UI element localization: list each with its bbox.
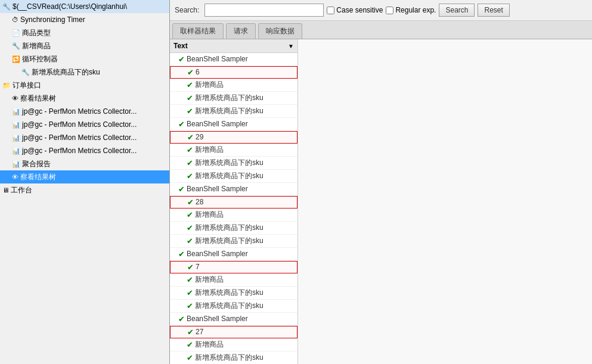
list-item-text: BeanShell Sampler xyxy=(187,314,248,324)
list-item[interactable]: ✔新增系统商品下的sku xyxy=(170,351,297,364)
list-item-text: 28 xyxy=(196,197,203,207)
search-button[interactable]: Search xyxy=(439,4,475,17)
list-item-text: 7 xyxy=(196,262,200,272)
check-icon: ✔ xyxy=(187,67,194,77)
check-icon: ✔ xyxy=(187,301,193,311)
tree-item-label: jp@gc - PerfMon Metrics Collector... xyxy=(22,132,137,143)
tree-item-perfmon4[interactable]: 📊jp@gc - PerfMon Metrics Collector... xyxy=(0,144,169,157)
listen-icon: 👁 xyxy=(12,172,18,182)
loop-icon: 🔁 xyxy=(12,54,20,64)
main-content: Text ▼ ✔BeanShell Sampler✔6✔新增商品✔新增系统商品下… xyxy=(170,39,592,364)
tree-item-label: 新增商品 xyxy=(22,41,51,51)
right-content-area xyxy=(298,39,592,364)
check-icon: ✔ xyxy=(178,184,185,194)
tree-item-agg-report[interactable]: 📊聚合报告 xyxy=(0,157,169,170)
tabs-bar: 取样器结果 请求 响应数据 xyxy=(170,21,592,39)
list-item[interactable]: ✔BeanShell Sampler xyxy=(170,118,297,131)
tree-item-perfmon1[interactable]: 📊jp@gc - PerfMon Metrics Collector... xyxy=(0,105,169,118)
tree-item-product-type[interactable]: 📄商品类型 xyxy=(0,26,169,39)
search-input[interactable] xyxy=(204,4,324,17)
list-item-text: 新增商品 xyxy=(195,210,224,220)
check-icon: ✔ xyxy=(187,275,193,285)
list-item[interactable]: ✔新增商品 xyxy=(170,144,297,157)
tree-item-csv-read[interactable]: 🔧$(__CSVRead(C:\Users\Qinglanhui\ xyxy=(0,0,169,13)
tree-item-label: 商品类型 xyxy=(22,27,51,38)
list-item[interactable]: ✔新增系统商品下的sku xyxy=(170,157,297,170)
regex-group: Regular exp. xyxy=(386,6,436,14)
tree-item-view-result-tree1[interactable]: 👁察看结果树 xyxy=(0,92,169,105)
check-icon: ✔ xyxy=(178,54,185,64)
tree-item-label: $(__CSVRead(C:\Users\Qinglanhui\ xyxy=(13,1,127,12)
list-item[interactable]: ✔新增系统商品下的sku xyxy=(170,300,297,313)
check-icon: ✔ xyxy=(187,171,193,181)
text-column-title: Text xyxy=(173,42,188,50)
regex-checkbox[interactable] xyxy=(386,7,393,14)
text-list[interactable]: ✔BeanShell Sampler✔6✔新增商品✔新增系统商品下的sku✔新增… xyxy=(170,53,297,364)
tree-item-add-product[interactable]: 🔧新增商品 xyxy=(0,39,169,52)
tree-item-loop-ctrl[interactable]: 🔁循环控制器 xyxy=(0,52,169,66)
list-item-text: BeanShell Sampler xyxy=(187,119,248,129)
tree-item-workbench[interactable]: 🖥工作台 xyxy=(0,183,169,197)
check-icon: ✔ xyxy=(187,197,194,207)
list-item[interactable]: ✔BeanShell Sampler xyxy=(170,183,297,196)
tab-request[interactable]: 请求 xyxy=(226,23,256,39)
reset-button[interactable]: Reset xyxy=(478,4,509,17)
tree-item-label: 察看结果树 xyxy=(20,93,56,104)
check-icon: ✔ xyxy=(178,119,185,129)
list-item[interactable]: ✔新增系统商品下的sku xyxy=(170,92,297,105)
list-item-text: 新增商品 xyxy=(195,145,224,155)
list-item[interactable]: ✔7 xyxy=(170,261,297,273)
case-sensitive-checkbox[interactable] xyxy=(327,7,334,14)
tree-item-perfmon3[interactable]: 📊jp@gc - PerfMon Metrics Collector... xyxy=(0,131,169,144)
list-item[interactable]: ✔新增商品 xyxy=(170,273,297,287)
list-item[interactable]: ✔BeanShell Sampler xyxy=(170,53,297,66)
tree-item-perfmon2[interactable]: 📊jp@gc - PerfMon Metrics Collector... xyxy=(0,118,169,131)
list-item-text: 新增商品 xyxy=(195,80,224,90)
left-panel: 🔧$(__CSVRead(C:\Users\Qinglanhui\⏱Synchr… xyxy=(0,0,170,364)
list-item[interactable]: ✔新增商品 xyxy=(170,79,297,92)
tree-item-label: 循环控制器 xyxy=(22,54,58,64)
list-item[interactable]: ✔新增系统商品下的sku xyxy=(170,105,297,118)
tree-item-label: 聚合报告 xyxy=(22,158,51,169)
tree-item-view-result-tree2[interactable]: 👁察看结果树 xyxy=(0,170,169,183)
case-sensitive-group: Case sensitive xyxy=(327,6,383,14)
list-item[interactable]: ✔BeanShell Sampler xyxy=(170,248,297,261)
tree-item-order-iface[interactable]: 📁订单接口 xyxy=(0,79,169,92)
list-item-text: BeanShell Sampler xyxy=(187,54,248,64)
list-item[interactable]: ✔29 xyxy=(170,131,297,144)
list-item[interactable]: ✔27 xyxy=(170,326,297,338)
list-item[interactable]: ✔新增系统商品下的sku xyxy=(170,235,297,248)
list-item[interactable]: ✔28 xyxy=(170,196,297,209)
tree-item-new-sku[interactable]: 🔧新增系统商品下的sku xyxy=(0,66,169,79)
list-item-text: BeanShell Sampler xyxy=(187,249,248,259)
check-icon: ✔ xyxy=(187,80,193,90)
check-icon: ✔ xyxy=(187,106,193,116)
list-item-text: 新增系统商品下的sku xyxy=(195,288,264,298)
list-item-text: 新增系统商品下的sku xyxy=(195,301,264,311)
case-sensitive-label: Case sensitive xyxy=(336,6,383,14)
list-item[interactable]: ✔6 xyxy=(170,66,297,79)
tree-item-label: Synchronizing Timer xyxy=(20,14,85,25)
csv-icon: 🔧 xyxy=(2,1,11,12)
list-item[interactable]: ✔新增系统商品下的sku xyxy=(170,287,297,300)
tab-response-data[interactable]: 响应数据 xyxy=(258,23,302,39)
check-icon: ✔ xyxy=(187,288,193,298)
list-item-text: 29 xyxy=(196,132,203,142)
script-icon: 📄 xyxy=(12,27,20,38)
script-icon: 🔧 xyxy=(21,67,30,77)
tree-item-sync-timer[interactable]: ⏱Synchronizing Timer xyxy=(0,13,169,26)
list-item-text: 新增系统商品下的sku xyxy=(195,236,264,246)
list-item-text: 新增系统商品下的sku xyxy=(195,171,264,181)
list-item[interactable]: ✔新增系统商品下的sku xyxy=(170,170,297,183)
work-icon: 🖥 xyxy=(2,185,9,195)
agg-icon: 📊 xyxy=(12,132,20,143)
list-item[interactable]: ✔新增商品 xyxy=(170,338,297,351)
list-item[interactable]: ✔BeanShell Sampler xyxy=(170,313,297,326)
folder-icon: 📁 xyxy=(2,80,11,91)
script-icon: 🔧 xyxy=(12,41,20,51)
tab-sampler-result[interactable]: 取样器结果 xyxy=(172,23,224,39)
list-item[interactable]: ✔新增商品 xyxy=(170,209,297,222)
dropdown-arrow-icon[interactable]: ▼ xyxy=(288,43,294,49)
list-item[interactable]: ✔新增系统商品下的sku xyxy=(170,222,297,235)
check-icon: ✔ xyxy=(187,93,193,103)
